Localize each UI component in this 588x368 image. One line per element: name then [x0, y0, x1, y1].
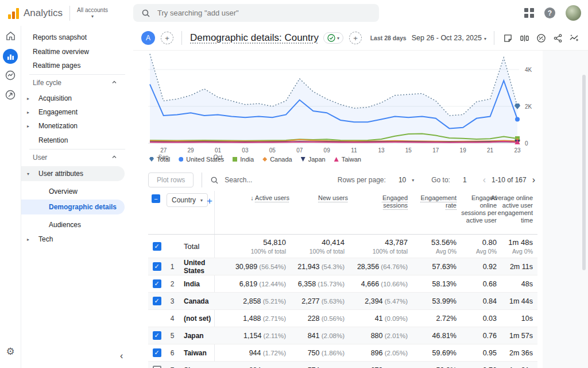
section-life-cycle[interactable]: Life cycle	[21, 76, 133, 89]
goto-value[interactable]: 1	[463, 176, 467, 184]
main-content: A + Demographic details: Country ▾ + Las…	[133, 26, 588, 368]
y-tick-label: 4K	[525, 67, 532, 73]
chevron-down-icon: ▾	[200, 198, 203, 203]
goto-label: Go to:	[431, 176, 450, 184]
legend-item[interactable]: United States	[179, 156, 224, 163]
sidebar-item-retention[interactable]: Retention	[21, 133, 133, 147]
share-icon[interactable]	[552, 32, 563, 44]
legend-item[interactable]: Total	[149, 156, 170, 163]
add-column-button[interactable]: +	[207, 195, 212, 207]
table-row[interactable]: ✓2India6,819 (12.44%)6,358 (15.73%)4,666…	[148, 275, 537, 292]
note-icon[interactable]	[502, 32, 513, 44]
date-preset-label: Last 28 days	[370, 34, 407, 41]
row-rank: 7	[165, 366, 179, 368]
table-row[interactable]: ✓6Taiwan944 (1.72%)750 (1.86%)896 (2.05%…	[148, 344, 537, 361]
report-status-badge[interactable]: ▾	[323, 32, 343, 44]
plot-rows-button[interactable]: Plot rows	[148, 172, 194, 187]
help-icon[interactable]: ?	[544, 7, 555, 18]
home-icon[interactable]	[0, 30, 21, 41]
pagination-range: 1-10 of 167	[492, 176, 527, 184]
sidebar-item-realtime-overview[interactable]: Realtime overview	[21, 45, 133, 59]
metric-cell: 1,488 (2.71%)	[223, 315, 286, 323]
dimension-select[interactable]: Country▾	[167, 193, 208, 207]
row-rank: 3	[165, 297, 179, 305]
add-comparison-button[interactable]: +	[161, 32, 173, 44]
search-input[interactable]	[156, 8, 354, 18]
metric-cell: 2.72%	[408, 315, 457, 323]
reports-icon[interactable]	[0, 49, 21, 64]
column-header-active-users[interactable]: ↓ Active users	[229, 194, 289, 202]
sidebar-item-audiences[interactable]: Audiences	[21, 218, 133, 232]
sidebar-item-monetization[interactable]: ▸Monetization	[21, 119, 133, 133]
x-tick-label: 07	[292, 147, 307, 154]
table-search[interactable]: Search...	[210, 176, 252, 185]
add-report-button[interactable]: +	[349, 32, 362, 44]
section-user[interactable]: User	[21, 151, 133, 164]
rows-per-page-value[interactable]: 10	[399, 176, 406, 184]
row-checkbox[interactable]: ✓	[153, 331, 161, 340]
admin-gear-icon[interactable]: ⚙	[0, 346, 21, 358]
row-checkbox[interactable]: ✓	[153, 262, 161, 271]
metric-cell: 228 (0.56%)	[286, 315, 345, 323]
table-row[interactable]: ✓1United States30,989 (56.54%)21,943 (54…	[148, 258, 537, 275]
report-title[interactable]: Demographic details: Country	[190, 32, 319, 44]
prev-page-icon[interactable]: ‹	[481, 175, 488, 185]
country-name: Japan	[179, 332, 223, 340]
explore-icon[interactable]	[0, 70, 21, 81]
country-name: India	[179, 280, 223, 288]
legend-item[interactable]: India	[233, 156, 254, 163]
legend-item[interactable]: Taiwan	[334, 156, 361, 163]
sidebar-item-engagement[interactable]: ▸Engagement	[21, 105, 133, 119]
insights-icon[interactable]	[568, 32, 580, 44]
select-all-checkbox[interactable]: −	[152, 194, 160, 203]
table-row[interactable]: ✓3Canada2,858 (5.21%)2,277 (5.63%)2,394 …	[148, 292, 537, 309]
country-name: Canada	[179, 297, 223, 305]
sidebar-item-user-attributes[interactable]: ▾User attributes	[21, 166, 125, 181]
next-page-icon[interactable]: ›	[530, 175, 537, 185]
x-tick-label: 17	[428, 147, 443, 154]
sidebar-item-acquisition[interactable]: ▸Acquisition	[21, 91, 133, 105]
table-controls: Plot rows Search... Rows per page: 10 ▾ …	[148, 171, 537, 189]
user-avatar[interactable]	[566, 5, 581, 21]
sidebar-item-realtime-pages[interactable]: Realtime pages	[21, 59, 133, 72]
x-tick-label: 01	[211, 147, 226, 154]
row-checkbox[interactable]: ✓	[153, 279, 161, 288]
row-checkbox[interactable]: ✓	[153, 242, 161, 251]
column-header-new-users[interactable]: New users	[292, 194, 348, 202]
metric-cell: 10s	[497, 315, 537, 323]
edit-comparisons-icon[interactable]	[519, 32, 530, 44]
collapse-sidebar-button[interactable]: ‹	[120, 351, 123, 361]
column-header-avg-engagement-time[interactable]: Average online active user engagement ti…	[490, 194, 533, 224]
sidebar-item-demographic-details[interactable]: Demographic details	[21, 200, 125, 214]
table-row[interactable]: ✓5Japan1,154 (2.11%)841 (2.08%)880 (2.01…	[148, 327, 537, 344]
report-letter-chip[interactable]: A	[141, 31, 155, 45]
table-row[interactable]: 4(not set)1,488 (2.71%)228 (0.56%)41 (0.…	[148, 309, 537, 327]
row-checkbox[interactable]: ✓	[153, 297, 161, 305]
table-row[interactable]: 7Singapore884 (1.61%)574 (1.42%)673 (1.5…	[148, 361, 537, 368]
column-header-engagement-rate[interactable]: Engagement rate	[414, 194, 457, 209]
country-name: Taiwan	[179, 349, 223, 357]
legend-item[interactable]: Canada	[262, 156, 292, 163]
account-switcher[interactable]: All accounts ▾	[77, 7, 108, 20]
y-tick-label: 2K	[525, 103, 532, 110]
metric-cell: 41 (0.09%)	[345, 315, 408, 323]
global-search[interactable]	[133, 4, 379, 22]
sidebar-item-tech[interactable]: ▸Tech	[21, 232, 133, 246]
advertising-icon[interactable]	[0, 89, 21, 101]
apps-grid-icon[interactable]	[524, 8, 534, 18]
sidebar-item-overview[interactable]: Overview	[21, 185, 133, 198]
row-checkbox[interactable]: ✓	[153, 348, 161, 357]
sort-arrow-icon: ↓	[250, 194, 255, 201]
scorecard-icon[interactable]	[535, 32, 547, 44]
scrollbar[interactable]	[582, 75, 586, 270]
row-checkbox[interactable]	[153, 366, 161, 368]
date-range-picker[interactable]: Sep 26 - Oct 23, 2025▾	[412, 34, 486, 42]
collapse-arrow-icon: ▾	[27, 171, 33, 177]
legend-item[interactable]: Japan	[301, 156, 326, 163]
sidebar-item-reports-snapshot[interactable]: Reports snapshot	[21, 30, 133, 44]
column-header-engaged-sessions[interactable]: Engaged sessions	[365, 194, 408, 209]
report-sidebar: Reports snapshot Realtime overview Realt…	[21, 26, 133, 368]
metric-cell: 28,356 (64.76%)	[345, 263, 408, 271]
nav-rail: ⚙	[0, 26, 21, 368]
chevron-down-icon[interactable]: ▾	[412, 178, 414, 183]
